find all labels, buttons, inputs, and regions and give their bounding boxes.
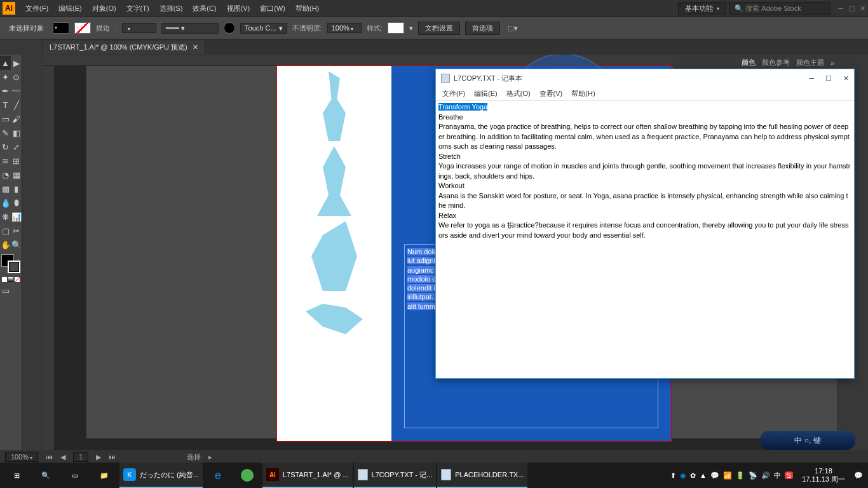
- notepad-window[interactable]: L7COPY.TXT - 记事本 ─ ☐ ✕ 文件(F) 编辑(E) 格式(O)…: [435, 69, 855, 379]
- np-menu-view[interactable]: 查看(V): [536, 88, 567, 100]
- workspace-switcher[interactable]: 基本功能: [678, 2, 726, 15]
- tray-icon[interactable]: ✿: [690, 471, 696, 480]
- slice-tool[interactable]: ✂: [11, 224, 22, 238]
- free-transform-tool[interactable]: ⊞: [11, 154, 22, 168]
- tray-wifi-icon[interactable]: 📡: [749, 471, 757, 480]
- brush-swatch[interactable]: [224, 22, 235, 34]
- tray-ime-icon[interactable]: 中: [774, 471, 781, 480]
- artboard-tool[interactable]: ▢: [0, 224, 11, 238]
- taskbar-360[interactable]: [233, 463, 261, 488]
- menu-view[interactable]: 视图(V): [222, 4, 255, 13]
- shaper-tool[interactable]: ✎: [0, 126, 11, 140]
- style-swatch[interactable]: [388, 22, 404, 34]
- tray-sogou-icon[interactable]: S: [785, 471, 793, 479]
- yoga-pose-2[interactable]: [306, 146, 363, 216]
- type-tool[interactable]: T: [0, 98, 11, 112]
- line-tool[interactable]: ╱: [11, 98, 22, 112]
- fill-swatch[interactable]: [53, 22, 69, 34]
- menu-type[interactable]: 文字(T): [121, 4, 154, 13]
- eyedropper-tool[interactable]: 💧: [0, 196, 11, 210]
- notepad-minimize-icon[interactable]: ─: [809, 74, 814, 83]
- yoga-pose-4[interactable]: [306, 296, 363, 334]
- np-menu-format[interactable]: 格式(O): [503, 88, 534, 100]
- stroke-profile-dd[interactable]: ━━━ ▾: [161, 23, 219, 34]
- document-tab[interactable]: L7START_1.AI* @ 100% (CMYK/GPU 预览) ✕: [43, 41, 205, 54]
- start-button[interactable]: ⊞: [3, 463, 31, 488]
- np-menu-edit[interactable]: 编辑(E): [470, 88, 501, 100]
- perspective-tool[interactable]: ▦: [11, 168, 22, 182]
- screen-mode-tool[interactable]: ▭: [0, 283, 11, 297]
- tab-color[interactable]: 颜色: [742, 58, 756, 67]
- gradient-tool[interactable]: ▮: [11, 182, 22, 196]
- rectangle-tool[interactable]: ▭: [0, 112, 11, 126]
- notepad-titlebar[interactable]: L7COPY.TXT - 记事本 ─ ☐ ✕: [436, 69, 854, 87]
- prefs-button[interactable]: 首选项: [465, 22, 500, 35]
- direct-select-tool[interactable]: ▶: [11, 56, 22, 70]
- pen-tool[interactable]: ✒: [0, 84, 11, 98]
- menu-help[interactable]: 帮助(H): [290, 4, 324, 13]
- selection-tool[interactable]: ▲: [0, 56, 11, 70]
- artboard-nav-input[interactable]: 1: [73, 452, 88, 462]
- tray-notifications-icon[interactable]: 💬: [854, 471, 863, 480]
- nav-last-icon[interactable]: ⏭: [109, 453, 116, 461]
- opacity-input[interactable]: 100%: [327, 23, 362, 33]
- explorer-button[interactable]: 📁: [90, 463, 118, 488]
- stock-search-input[interactable]: 🔍 搜索 Adobe Stock: [729, 2, 831, 15]
- tray-network-icon[interactable]: 📶: [723, 471, 732, 480]
- window-maximize-icon[interactable]: ▢: [848, 4, 855, 13]
- tab-close-icon[interactable]: ✕: [193, 43, 198, 51]
- window-minimize-icon[interactable]: ─: [838, 4, 843, 13]
- zoom-tool[interactable]: 🔍: [11, 238, 22, 252]
- curvature-tool[interactable]: 〰: [11, 84, 22, 98]
- mesh-tool[interactable]: ▩: [0, 182, 11, 196]
- rotate-tool[interactable]: ↻: [0, 140, 11, 154]
- menu-object[interactable]: 对象(O): [87, 4, 121, 13]
- tray-volume-icon[interactable]: 🔊: [761, 471, 770, 480]
- taskbar-kugou[interactable]: Kだったのに (純音...: [119, 463, 203, 488]
- tab-color-guide[interactable]: 颜色参考: [762, 58, 790, 67]
- nav-prev-icon[interactable]: ◀: [60, 453, 65, 461]
- brush-tool[interactable]: 🖌: [11, 112, 22, 126]
- symbol-sprayer-tool[interactable]: ❋: [0, 210, 11, 224]
- taskbar-illustrator[interactable]: AiL7START_1.AI* @ ...: [262, 463, 353, 488]
- left-collapsed-panel[interactable]: [22, 55, 43, 450]
- menu-file[interactable]: 文件(F): [20, 4, 53, 13]
- tray-icon[interactable]: 💬: [710, 471, 719, 480]
- scale-tool[interactable]: ⤢: [11, 140, 22, 154]
- taskbar-notepad-1[interactable]: L7COPY.TXT - 记...: [354, 463, 437, 488]
- magic-wand-tool[interactable]: ✦: [0, 70, 11, 84]
- notepad-maximize-icon[interactable]: ☐: [825, 74, 832, 83]
- doc-setup-button[interactable]: 文档设置: [418, 22, 460, 35]
- stroke-weight-input[interactable]: [122, 23, 156, 33]
- brush-def-dd[interactable]: Touch C... ▾: [240, 23, 287, 34]
- menu-edit[interactable]: 编辑(E): [53, 4, 87, 13]
- fill-stroke-swatch[interactable]: [1, 254, 20, 273]
- tray-icon[interactable]: ▲: [700, 471, 707, 479]
- shape-builder-tool[interactable]: ◔: [0, 168, 11, 182]
- graph-tool[interactable]: 📊: [11, 210, 22, 224]
- align-icon[interactable]: ⬚▾: [508, 24, 518, 32]
- ime-floating-bar[interactable]: 中 ○, 键: [760, 431, 855, 450]
- nav-first-icon[interactable]: ⏮: [46, 453, 53, 461]
- menu-effect[interactable]: 效果(C): [187, 4, 221, 13]
- taskbar-notepad-2[interactable]: PLACEHOLDER.TX...: [437, 463, 527, 488]
- yoga-pose-1[interactable]: [306, 71, 363, 141]
- tray-battery-icon[interactable]: 🔋: [736, 471, 745, 480]
- yoga-pose-3[interactable]: [306, 221, 363, 291]
- eraser-tool[interactable]: ◧: [11, 126, 22, 140]
- blend-tool[interactable]: ⬮: [11, 196, 22, 210]
- search-button[interactable]: 🔍: [32, 463, 60, 488]
- status-dropdown-icon[interactable]: ▸: [208, 453, 212, 461]
- notepad-text-area[interactable]: Transform Yoga Breathe Pranayama, the yo…: [436, 101, 854, 378]
- lasso-tool[interactable]: ⊙: [11, 70, 22, 84]
- tray-icon[interactable]: ◉: [680, 471, 686, 480]
- panel-expand-icon[interactable]: »: [831, 59, 834, 67]
- taskbar-edge[interactable]: e: [204, 463, 232, 488]
- hand-tool[interactable]: ✋: [0, 238, 11, 252]
- zoom-level[interactable]: 100%: [5, 452, 38, 462]
- width-tool[interactable]: ≋: [0, 154, 11, 168]
- window-close-icon[interactable]: ✕: [860, 4, 865, 13]
- tray-clock[interactable]: 17:18 17.11.13 周一: [797, 467, 850, 484]
- stroke-swatch[interactable]: [74, 22, 91, 34]
- np-menu-file[interactable]: 文件(F): [438, 88, 469, 100]
